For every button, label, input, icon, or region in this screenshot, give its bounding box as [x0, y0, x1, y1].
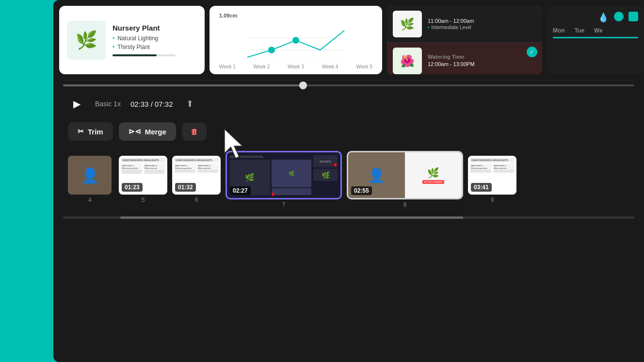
- trim-label: Trim: [88, 128, 103, 136]
- plant-progress-bar: [113, 54, 176, 56]
- merge-label: Merge: [145, 128, 166, 136]
- schedule-item-2: 🌺 Watering Time 12:00am - 13:00PM ✓: [387, 42, 542, 74]
- chart-svg: [219, 23, 372, 62]
- delete-button[interactable]: 🗑: [182, 123, 207, 141]
- clip-thumb-7[interactable]: DESIGN UPDATE PROPOSAL 🌿 🌿 !: [225, 151, 342, 199]
- chart-labels: Week 1 Week 2 Week 3 Week 4 Week 5: [219, 64, 372, 69]
- preview-area: 🌿 Nursery Plant Natural Lighting Thirsty…: [53, 0, 644, 80]
- clip-item-8[interactable]: 👤 🌿 AFTER FORMAT 02:55 8: [344, 151, 466, 208]
- schedule-title-2: Watering Time: [428, 54, 475, 60]
- water-drop-icon: 💧: [597, 12, 609, 23]
- scrubber-track[interactable]: [63, 84, 634, 86]
- clip-number-8: 8: [403, 201, 407, 208]
- scrollbar-thumb[interactable]: [120, 216, 463, 219]
- person-clip-4: 👤: [68, 156, 112, 195]
- calendar-card: 💧 Mon Tue We: [547, 6, 644, 74]
- clip-time-5: 01:23: [122, 183, 143, 192]
- clip-item-5[interactable]: USER RESEARCH HIGHLIGHTS PAIN POINT 1 Wa…: [116, 156, 170, 203]
- clip-number-4: 4: [88, 197, 92, 203]
- schedule-text-1: 11:00am - 12:00am • Intermediate Level: [428, 18, 474, 30]
- plant-subtitle2: Thirsty Plant: [113, 44, 176, 50]
- merge-icon: ⊳⊲: [129, 127, 141, 136]
- svg-point-4: [268, 47, 275, 53]
- clip-time-7: 02:27: [230, 186, 251, 195]
- main-container: 🌿 Nursery Plant Natural Lighting Thirsty…: [53, 0, 644, 362]
- merge-button[interactable]: ⊳⊲ Merge: [119, 122, 176, 141]
- clip-item-6[interactable]: USER RESEARCH HIGHLIGHTS PAIN POINT 1 Wa…: [170, 156, 223, 203]
- toolbar: ✂ Trim ⊳⊲ Merge 🗑: [53, 117, 644, 146]
- timeline-scrubber[interactable]: [53, 81, 644, 90]
- clip-time-9: 03:41: [471, 183, 492, 192]
- schedule-level-1: • Intermediate Level: [428, 25, 474, 30]
- chart-area: [219, 20, 372, 62]
- chart-value: 1.09cm: [219, 13, 372, 18]
- plant-card: 🌿 Nursery Plant Natural Lighting Thirsty…: [59, 6, 205, 74]
- schedule-text-2: Watering Time 12:00am - 13:00PM: [428, 54, 475, 68]
- schedule-time-1: 11:00am - 12:00am: [428, 18, 474, 24]
- clip-number-5: 5: [142, 197, 145, 203]
- clip-thumb-4[interactable]: 👤: [68, 156, 112, 195]
- schedule-thumb-2: 🌺: [393, 48, 422, 74]
- clip-time-8: 02:55: [351, 186, 372, 195]
- clip-thumb-6[interactable]: USER RESEARCH HIGHLIGHTS PAIN POINT 1 Wa…: [172, 156, 221, 195]
- plant-progress-fill: [113, 54, 157, 56]
- delete-icon: 🗑: [191, 128, 198, 136]
- clip-item-7[interactable]: DESIGN UPDATE PROPOSAL 🌿 🌿 !: [223, 151, 344, 208]
- clip-number-9: 9: [491, 197, 494, 203]
- play-button[interactable]: ▶: [68, 95, 85, 113]
- scrubber-thumb[interactable]: [299, 82, 307, 89]
- clip-item-9[interactable]: USER RESEARCH HIGHLIGHTS PAIN POINT 1 Wa…: [466, 156, 519, 203]
- clip-thumb-5[interactable]: USER RESEARCH HIGHLIGHTS PAIN POINT 1 Wa…: [119, 156, 167, 195]
- plant-title: Nursery Plant: [113, 24, 176, 32]
- time-display: 02:33 / 07:32: [130, 100, 173, 108]
- clips-strip: 👤 4 USER RESEARCH HIGHLIGHTS PAIN POINT …: [53, 146, 644, 214]
- plant-subtitle1: Natural Lighting: [113, 35, 176, 42]
- trim-button[interactable]: ✂ Trim: [68, 122, 113, 141]
- svg-point-3: [292, 37, 299, 44]
- clip-number-6: 6: [195, 197, 198, 203]
- schedule-time-2: 12:00am - 13:00PM: [428, 61, 475, 67]
- person-icon-4: 👤: [81, 167, 99, 184]
- clip-thumb-9[interactable]: USER RESEARCH HIGHLIGHTS PAIN POINT 1 Wa…: [468, 156, 516, 195]
- schedule-thumb-1: 🌿: [393, 11, 422, 37]
- clips-scrollbar[interactable]: [53, 214, 644, 224]
- schedule-inner: 🌿 11:00am - 12:00am • Intermediate Level…: [387, 6, 542, 74]
- check-icon: ✓: [527, 47, 537, 57]
- scrollbar-track[interactable]: [63, 216, 634, 219]
- calendar-days: Mon Tue We: [553, 27, 638, 34]
- chart-card: 1.09cm Week 1 Week 2 Week 3 We: [209, 6, 382, 74]
- controls-bar: ▶ Basic 1x 02:33 / 07:32 ⬆: [53, 90, 644, 117]
- circle-icon-2: [628, 12, 638, 21]
- circle-icon-1: [614, 12, 624, 21]
- trim-icon: ✂: [78, 127, 84, 136]
- scrubber-fill: [63, 84, 303, 86]
- schedule-item-1: 🌿 11:00am - 12:00am • Intermediate Level: [387, 6, 542, 42]
- clip-time-6: 01:32: [175, 183, 196, 192]
- calendar-icons: 💧: [553, 12, 638, 23]
- clip-number-7: 7: [282, 201, 286, 208]
- upload-button[interactable]: ⬆: [183, 97, 197, 111]
- calendar-underline: [553, 37, 638, 38]
- plant-info: Nursery Plant Natural Lighting Thirsty P…: [113, 24, 176, 56]
- clip-thumb-8[interactable]: 👤 🌿 AFTER FORMAT 02:55: [347, 151, 463, 199]
- schedule-card: 🌿 11:00am - 12:00am • Intermediate Level…: [387, 6, 542, 74]
- clip-item-4[interactable]: 👤 4: [63, 156, 116, 203]
- speed-label: Basic 1x: [95, 100, 121, 108]
- plant-image: 🌿: [67, 21, 106, 60]
